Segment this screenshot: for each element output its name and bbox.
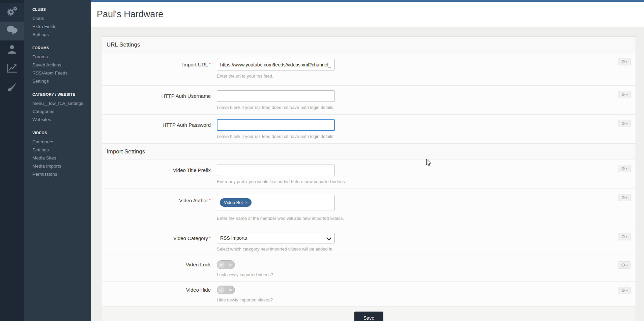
rail-item-community[interactable] <box>0 22 24 40</box>
sidebar-item-rss-atom-feeds[interactable]: RSS/Atom Feeds <box>32 69 88 77</box>
caret-right-icon: ▸ <box>626 235 628 238</box>
sidebar-item-tcw-categories[interactable]: Categories <box>32 108 88 116</box>
sidebar-item-media-sites[interactable]: Media Sites <box>32 154 88 162</box>
video-category-label: Video Category* <box>102 233 217 252</box>
http-auth-username-input[interactable] <box>217 90 335 102</box>
video-lock-field: ≡ ✕ Lock newly imported videos? <box>217 260 636 277</box>
caret-right-icon: ▸ <box>626 93 628 96</box>
import-url-help: Enter the url to your rss feed. <box>217 74 636 79</box>
video-category-select[interactable]: RSS Imports <box>217 233 335 243</box>
http-auth-password-input[interactable] <box>217 119 335 131</box>
import-url-field: Enter the url to your rss feed. <box>217 59 636 79</box>
video-title-prefix-label: Video Title Prefix <box>102 165 217 184</box>
app-icon-rail <box>0 0 24 321</box>
caret-right-icon: ▸ <box>626 264 628 267</box>
video-title-prefix-help: Enter any prefix you would like added be… <box>217 179 636 184</box>
caret-right-icon: ▸ <box>626 289 628 292</box>
http-auth-password-field: Leave blank if your rss feed does not ha… <box>217 119 636 139</box>
label-text: Import URL <box>182 62 208 67</box>
save-button[interactable]: Save <box>354 312 383 321</box>
import-url-input[interactable] <box>217 59 335 70</box>
http-auth-password-help: Leave blank if your rss feed does not ha… <box>217 134 636 139</box>
import-url-label: Import URL* <box>102 59 217 79</box>
menu-section-clubs: CLUBS Clubs Extra Fields Settings <box>32 7 88 39</box>
sidebar-item-clubs[interactable]: Clubs <box>32 14 88 23</box>
http-auth-username-help: Leave blank if your rss feed does not ha… <box>217 105 636 110</box>
rail-item-customization[interactable] <box>0 78 24 97</box>
content-area: URL Settings Import URL* Enter the url t… <box>91 27 644 321</box>
video-author-label: Video Author* <box>102 195 217 221</box>
video-lock-row: Video Lock ≡ ✕ Lock newly imported video… <box>102 256 636 281</box>
tag-label: Video Bot <box>224 200 243 205</box>
chat-bubbles-icon <box>6 25 18 37</box>
video-author-help: Enter the name of the member who will ad… <box>217 216 636 221</box>
required-asterisk: * <box>209 62 211 67</box>
section-url-settings: URL Settings Import URL* Enter the url t… <box>102 37 636 143</box>
section-title-url-settings: URL Settings <box>102 37 636 53</box>
caret-right-icon: ▸ <box>626 196 628 199</box>
main-content: Paul's Hardware URL Settings Import URL*… <box>91 0 644 321</box>
menu-section-title: CLUBS <box>32 7 88 11</box>
rail-item-members[interactable] <box>0 40 24 59</box>
http-auth-username-field: Leave blank if your rss feed does not ha… <box>217 90 636 110</box>
video-lock-label: Video Lock <box>102 260 217 277</box>
sidebar-item-saved-actions[interactable]: Saved Actions <box>32 61 88 69</box>
gear-icon: ⚙ <box>621 121 625 126</box>
field-options-button[interactable]: ⚙▸ <box>618 287 631 294</box>
label-text: Video Author <box>179 198 208 203</box>
http-auth-username-label: HTTP Auth Username <box>102 90 217 110</box>
sidebar-item-permissions[interactable]: Permissions <box>32 170 88 178</box>
video-author-field: Video Bot× Enter the name of the member … <box>217 195 636 221</box>
video-author-tag[interactable]: Video Bot× <box>220 198 252 207</box>
toggle-off-icon: ✕ <box>229 261 232 269</box>
brush-icon <box>7 82 17 93</box>
video-category-select-wrap: RSS Imports <box>217 233 335 243</box>
stats-icon <box>7 63 17 75</box>
gear-icon: ⚙ <box>621 92 625 97</box>
sidebar-item-media-imports[interactable]: Media Imports <box>32 162 88 170</box>
field-options-button[interactable]: ⚙▸ <box>618 194 631 201</box>
import-url-row: Import URL* Enter the url to your rss fe… <box>102 53 636 85</box>
form-footer: Save <box>102 307 636 321</box>
sidebar-item-forums[interactable]: Forums <box>32 53 88 61</box>
sidebar-item-extra-fields[interactable]: Extra Fields <box>32 23 88 31</box>
sidebar-item-websites[interactable]: Websites <box>32 116 88 124</box>
gear-icon: ⚙ <box>621 263 625 267</box>
video-hide-label: Video Hide <box>102 286 217 302</box>
video-hide-row: Video Hide ≡ ✕ Hide newly imported video… <box>102 281 636 307</box>
video-author-row: Video Author* Video Bot× Enter the name … <box>102 188 636 228</box>
gear-icon: ⚙ <box>621 195 625 200</box>
field-options-button[interactable]: ⚙▸ <box>618 58 631 65</box>
section-import-settings: Import Settings Video Title Prefix Enter… <box>102 143 636 307</box>
video-author-tag-input[interactable]: Video Bot× <box>217 195 335 210</box>
video-category-help: Select which category new imported video… <box>217 246 636 252</box>
http-auth-password-label: HTTP Auth Password <box>102 119 217 139</box>
required-asterisk: * <box>209 235 211 240</box>
label-text: Video Category <box>173 235 208 241</box>
sidebar-item-clubs-settings[interactable]: Settings <box>32 31 88 39</box>
sidebar-item-video-categories[interactable]: Categories <box>32 138 88 146</box>
sidebar-item-forums-settings[interactable]: Settings <box>32 77 88 85</box>
tag-remove-icon[interactable]: × <box>245 200 247 205</box>
video-hide-toggle[interactable]: ≡ ✕ <box>217 286 235 294</box>
rail-item-system[interactable] <box>0 3 24 22</box>
field-options-button[interactable]: ⚙▸ <box>618 165 631 172</box>
video-title-prefix-input[interactable] <box>217 165 335 176</box>
field-options-button[interactable]: ⚙▸ <box>618 261 631 269</box>
gear-icon: ⚙ <box>621 234 625 239</box>
field-options-button[interactable]: ⚙▸ <box>618 91 631 98</box>
field-options-button[interactable]: ⚙▸ <box>618 233 631 240</box>
field-options-button[interactable]: ⚙▸ <box>618 120 631 127</box>
sidebar-item-tcw-settings[interactable]: menu__tcw_tcw_settings <box>32 99 88 108</box>
caret-right-icon: ▸ <box>626 60 628 63</box>
video-lock-toggle[interactable]: ≡ ✕ <box>217 260 235 269</box>
rail-item-stats[interactable] <box>0 59 24 78</box>
sidebar-item-video-settings[interactable]: Settings <box>32 146 88 154</box>
required-asterisk: * <box>209 198 211 203</box>
menu-section-title: CATEGORY / WEBSITE <box>32 92 88 96</box>
section-title-import-settings: Import Settings <box>102 143 636 159</box>
person-icon <box>7 45 17 55</box>
feed-settings-form: URL Settings Import URL* Enter the url t… <box>102 36 636 321</box>
menu-section-title: VIDEOS <box>32 131 88 135</box>
toggle-grip-icon: ≡ <box>218 287 225 293</box>
